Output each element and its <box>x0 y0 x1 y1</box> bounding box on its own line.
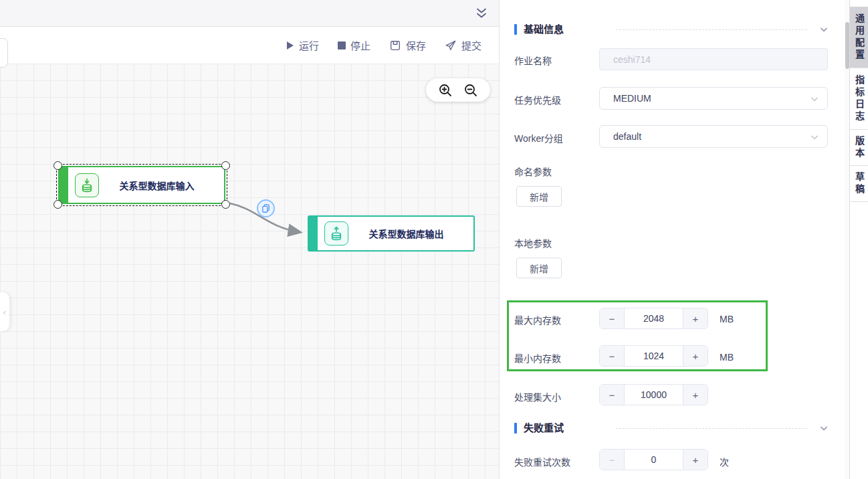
zoom-in-icon[interactable] <box>438 83 453 98</box>
save-label: 保存 <box>406 38 426 52</box>
batch-size-label: 处理集大小 <box>514 390 561 403</box>
config-panel: 基础信息 作业名称 任务优先级 MEDIUM Worker分组 default … <box>499 0 845 479</box>
action-toolbar: 运行 停止 保存 提交 <box>0 27 499 64</box>
retry-count-unit: 次 <box>720 455 729 468</box>
priority-label: 任务优先级 <box>514 93 561 106</box>
retry-count-input[interactable] <box>625 450 683 470</box>
node-label: 关系型数据库输入 <box>99 179 224 192</box>
clipped-panel-fragment <box>0 38 8 68</box>
priority-select[interactable]: MEDIUM <box>599 87 828 110</box>
min-memory-label: 最小内存数 <box>514 351 561 365</box>
double-chevron-down-icon[interactable] <box>475 7 488 20</box>
worker-group-select[interactable]: default <box>599 125 828 148</box>
min-memory-unit: MB <box>720 352 734 363</box>
max-memory-stepper: − + <box>599 308 708 329</box>
plus-button[interactable]: + <box>683 308 708 328</box>
priority-value: MEDIUM <box>613 93 651 104</box>
section-accent-bar <box>514 423 517 434</box>
paper-plane-icon <box>445 39 457 52</box>
retry-count-stepper: − + <box>599 449 708 470</box>
job-name-label: 作业名称 <box>514 54 552 67</box>
section-retry: 失败重试 <box>500 421 846 435</box>
node-accent-bar <box>60 167 68 203</box>
submit-button[interactable]: 提交 <box>445 38 481 52</box>
panel-scrollbar[interactable] <box>845 0 849 479</box>
minus-button[interactable]: − <box>600 450 625 470</box>
worker-group-label: Worker分组 <box>514 131 563 145</box>
section-divider <box>616 29 807 30</box>
workflow-editor: 运行 停止 保存 提交 <box>0 0 868 479</box>
local-params-add-button[interactable]: 新增 <box>516 258 562 278</box>
batch-size-stepper: − + <box>599 384 708 405</box>
plus-button[interactable]: + <box>683 450 708 470</box>
minus-button[interactable]: − <box>600 385 625 405</box>
chevron-down-icon <box>810 132 819 142</box>
tab-draft[interactable]: 草稿 <box>850 166 868 202</box>
node-db-input[interactable]: 关系型数据库输入 <box>58 166 225 204</box>
node-accent-bar <box>309 217 318 250</box>
edge-copy-badge[interactable] <box>257 199 275 217</box>
play-icon <box>286 41 294 50</box>
retry-count-label: 失败重试次数 <box>514 455 570 468</box>
named-params-label: 命名参数 <box>514 165 552 178</box>
run-label: 运行 <box>299 38 319 52</box>
chevron-down-icon[interactable] <box>819 423 829 433</box>
stop-label: 停止 <box>350 38 370 52</box>
max-memory-input[interactable] <box>625 308 683 328</box>
save-icon <box>389 39 401 52</box>
scrollbar-thumb[interactable] <box>845 22 849 69</box>
plus-button[interactable]: + <box>683 346 708 366</box>
minus-button[interactable]: − <box>600 346 625 366</box>
stop-button[interactable]: 停止 <box>338 38 370 52</box>
tab-version[interactable]: 版本 <box>850 130 868 166</box>
submit-label: 提交 <box>461 38 481 52</box>
edge-connector <box>0 64 499 479</box>
node-label: 关系型数据库输出 <box>348 227 473 240</box>
min-memory-stepper: − + <box>599 345 708 367</box>
save-button[interactable]: 保存 <box>389 38 426 52</box>
chevron-left-icon: ‹ <box>3 307 6 317</box>
selection-handle[interactable] <box>53 161 62 170</box>
chevron-down-icon[interactable] <box>819 25 829 34</box>
max-memory-label: 最大内存数 <box>514 313 561 326</box>
section-divider <box>616 428 807 429</box>
canvas-zoom-controls <box>426 78 490 102</box>
min-memory-input[interactable] <box>625 346 683 366</box>
tab-metric-log[interactable]: 指标日志 <box>850 68 868 130</box>
node-db-output[interactable]: 关系型数据库输出 <box>308 215 475 252</box>
selection-handle[interactable] <box>221 161 230 170</box>
copy-icon <box>261 203 271 213</box>
section-basic-info: 基础信息 <box>500 23 846 36</box>
dag-canvas[interactable]: 关系型数据库输入 关系型数据库输出 ‹ <box>0 64 499 479</box>
right-tab-strip: 通用配置 指标日志 版本 草稿 <box>849 0 868 479</box>
stop-icon <box>338 41 346 50</box>
run-button[interactable]: 运行 <box>286 38 319 52</box>
named-params-add-button[interactable]: 新增 <box>516 186 562 207</box>
selection-handle[interactable] <box>53 200 62 209</box>
zoom-out-icon[interactable] <box>463 83 478 98</box>
job-name-input[interactable] <box>599 48 828 70</box>
selection-handle[interactable] <box>221 200 230 209</box>
database-output-icon <box>324 221 348 246</box>
top-collapse-bar <box>0 0 499 27</box>
sidebar-collapse-handle[interactable]: ‹ <box>0 292 9 331</box>
plus-button[interactable]: + <box>683 385 708 405</box>
section-title: 失败重试 <box>524 421 564 435</box>
batch-size-input[interactable] <box>625 385 683 405</box>
local-params-label: 本地参数 <box>514 236 552 250</box>
section-accent-bar <box>514 24 517 35</box>
minus-button[interactable]: − <box>600 308 625 328</box>
worker-group-value: default <box>613 131 641 142</box>
database-input-icon <box>75 173 99 197</box>
max-memory-unit: MB <box>720 314 734 324</box>
chevron-down-icon <box>810 94 819 104</box>
work-area: 运行 停止 保存 提交 <box>0 0 499 479</box>
section-title: 基础信息 <box>524 23 564 36</box>
tab-general-config[interactable]: 通用配置 <box>850 7 868 68</box>
